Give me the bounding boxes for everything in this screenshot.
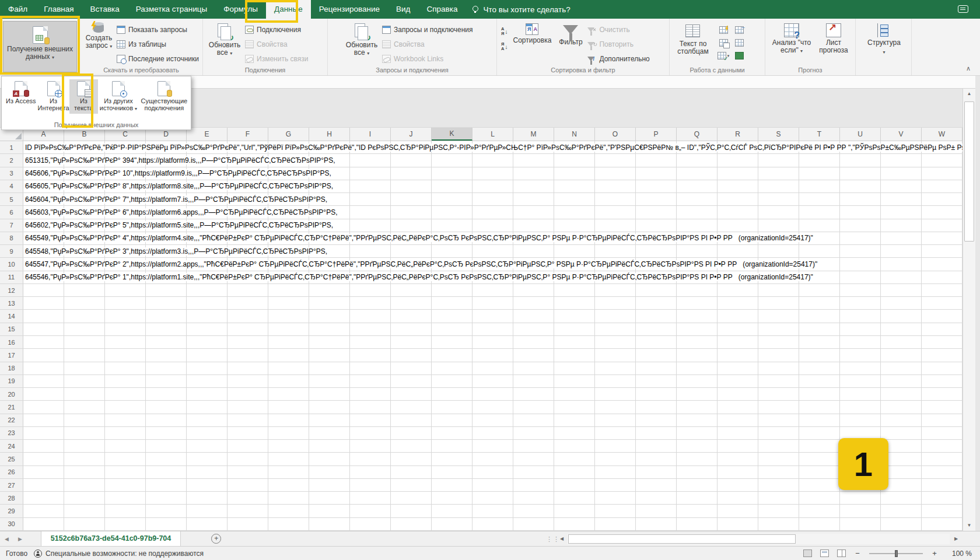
row-header-20[interactable]: 20 (0, 388, 23, 400)
manage-data-model-button[interactable] (732, 50, 747, 62)
column-header-J[interactable]: J (391, 128, 432, 141)
row-header-23[interactable]: 23 (0, 427, 23, 439)
row-header-15[interactable]: 15 (0, 323, 23, 335)
row-header-30[interactable]: 30 (0, 518, 23, 530)
recent-sources-button[interactable]: Последние источники (115, 52, 201, 65)
column-header-I[interactable]: I (350, 128, 391, 141)
from-other-sources-item[interactable]: Из других источников ▾ (98, 79, 138, 114)
text-to-columns-button[interactable]: Текст по столбцам (673, 21, 713, 66)
row-cells-10[interactable]: 645547,"РџР»РѕС‰Р°РґРєР° 2",https://plat… (23, 258, 963, 270)
sheet-nav-right-icon[interactable]: ▶ (13, 536, 27, 542)
tell-me-search[interactable]: Что вы хотите сделать? (471, 0, 570, 19)
tab-page-layout[interactable]: Разметка страницы (128, 0, 215, 19)
column-header-O[interactable]: O (595, 128, 636, 141)
from-web-item[interactable]: Из Интернета (38, 79, 69, 114)
tab-home[interactable]: Главная (36, 0, 82, 19)
edit-links-button[interactable]: Изменить связи (243, 52, 310, 65)
row-header-8[interactable]: 8 (0, 232, 23, 244)
zoom-in-button[interactable]: + (931, 549, 938, 558)
column-header-T[interactable]: T (799, 128, 840, 141)
column-header-L[interactable]: L (473, 128, 513, 141)
row-cells-7[interactable]: 645602,"РџР»РѕС‰Р°РґРєР° 5",https://plat… (23, 219, 963, 232)
row-cells-5[interactable]: 645604,"РџР»РѕС‰Р°РґРєР° 7",https://plat… (23, 193, 963, 205)
column-header-S[interactable]: S (758, 128, 799, 141)
row-header-10[interactable]: 10 (0, 258, 23, 270)
page-layout-view-button[interactable] (820, 550, 829, 557)
row-header-27[interactable]: 27 (0, 479, 23, 491)
tab-view[interactable]: Вид (388, 0, 418, 19)
row-header-17[interactable]: 17 (0, 349, 23, 361)
collapse-ribbon-button[interactable]: ∧ (966, 65, 971, 72)
scroll-up-arrow[interactable]: ▲ (963, 89, 975, 99)
column-header-M[interactable]: M (513, 128, 554, 141)
row-header-29[interactable]: 29 (0, 505, 23, 517)
column-header-H[interactable]: H (309, 128, 350, 141)
row-cells-26[interactable] (23, 466, 963, 478)
row-cells-9[interactable]: 645548,"РџР»РѕС‰Р°РґРєР° 3",https://plat… (23, 245, 963, 257)
tab-file[interactable]: Файл (0, 0, 36, 19)
row-cells-2[interactable]: 651315,"РџР»РѕС‰Р°РґРєР° 394",https://pl… (23, 154, 963, 166)
row-header-19[interactable]: 19 (0, 375, 23, 387)
scroll-right-arrow[interactable]: ▶ (951, 534, 961, 544)
column-header-N[interactable]: N (554, 128, 595, 141)
row-cells-24[interactable] (23, 440, 963, 452)
active-sheet-tab[interactable]: 5152c6b76a73-de54-41c0-97b9-704 (41, 531, 181, 546)
flash-fill-button[interactable] (716, 24, 731, 36)
horizontal-scrollbar[interactable] (567, 534, 950, 544)
outline-button[interactable]: Структура ▾ (861, 21, 908, 66)
row-header-5[interactable]: 5 (0, 193, 23, 205)
row-cells-4[interactable]: 645605,"РџР»РѕС‰Р°РґРєР° 8",https://plat… (23, 180, 963, 192)
sort-ascending-button[interactable]: АЯ ↓ (500, 26, 509, 37)
relationships-button[interactable] (732, 37, 747, 49)
row-cells-27[interactable] (23, 479, 963, 491)
row-cells-18[interactable] (23, 362, 963, 374)
tab-formulas[interactable]: Формулы (215, 0, 266, 19)
page-break-view-button[interactable] (837, 550, 846, 557)
row-cells-13[interactable] (23, 297, 963, 309)
existing-connections-item[interactable]: Существующие подключения (139, 79, 190, 114)
row-header-14[interactable]: 14 (0, 310, 23, 322)
row-cells-20[interactable] (23, 388, 963, 400)
zoom-slider[interactable] (869, 550, 923, 558)
column-header-E[interactable]: E (187, 128, 228, 141)
get-external-data-button[interactable]: Получение внешних данных ▾ (3, 21, 77, 72)
scroll-left-arrow[interactable]: ◀ (556, 534, 567, 544)
row-header-12[interactable]: 12 (0, 284, 23, 296)
tab-data[interactable]: Данные (266, 0, 311, 19)
row-header-9[interactable]: 9 (0, 245, 23, 257)
row-header-2[interactable]: 2 (0, 154, 23, 166)
from-text-item[interactable]: Из текста (69, 79, 99, 114)
row-cells-23[interactable] (23, 427, 963, 439)
row-header-26[interactable]: 26 (0, 466, 23, 478)
advanced-filter-button[interactable]: /Дополнительно (586, 52, 651, 65)
row-cells-17[interactable] (23, 349, 963, 361)
sheet-nav-left-icon[interactable]: ◀ (0, 536, 13, 542)
reapply-filter-button[interactable]: ↻Повторить (586, 38, 651, 51)
row-cells-1[interactable]: ID РїР»РѕС‰Р°РґРєРё,"РќР°Р·РІР°РЅРёРµ Рї… (23, 141, 963, 153)
properties-button[interactable]: Свойства (243, 38, 310, 51)
scroll-down-arrow[interactable]: ▼ (963, 520, 975, 531)
row-header-24[interactable]: 24 (0, 440, 23, 452)
properties-button-2[interactable]: Свойства (380, 38, 475, 51)
workbook-links-button[interactable]: Workbook Links (380, 52, 475, 65)
sort-descending-button[interactable]: ЯА ↓ (500, 41, 509, 52)
row-header-6[interactable]: 6 (0, 206, 23, 218)
show-queries-button[interactable]: Показать запросы (115, 23, 201, 36)
row-header-11[interactable]: 11 (0, 271, 23, 284)
row-header-4[interactable]: 4 (0, 180, 23, 192)
row-header-1[interactable]: 1 (0, 141, 23, 153)
row-cells-3[interactable]: 645606,"РџР»РѕС‰Р°РґРєР° 10",https://pla… (23, 167, 963, 180)
column-header-U[interactable]: U (840, 128, 881, 141)
vertical-scrollbar-thumb[interactable] (964, 102, 974, 242)
row-header-28[interactable]: 28 (0, 492, 23, 504)
add-sheet-button[interactable]: + (211, 534, 221, 544)
row-cells-15[interactable] (23, 323, 963, 335)
tab-insert[interactable]: Вставка (82, 0, 128, 19)
sort-button[interactable]: ЯА Сортировка (509, 21, 555, 66)
row-cells-12[interactable] (23, 284, 963, 296)
consolidate-button[interactable] (732, 24, 747, 36)
queries-connections-button[interactable]: Запросы и подключения (380, 23, 475, 36)
filter-button[interactable]: Фильтр (555, 21, 586, 66)
row-cells-25[interactable] (23, 453, 963, 465)
row-cells-14[interactable] (23, 310, 963, 322)
